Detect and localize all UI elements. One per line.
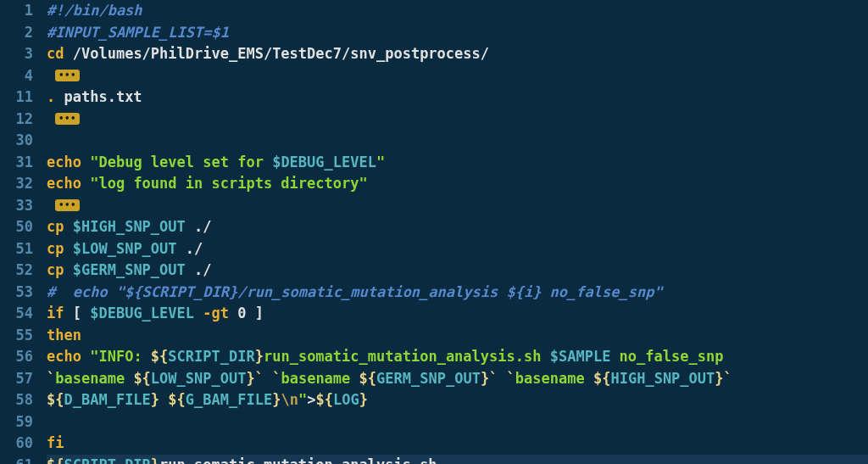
token-text: [ — [64, 303, 90, 325]
token-varbrace: ` — [507, 368, 515, 390]
token-comment: #INPUT_SAMPLE_LIST=$1 — [47, 22, 229, 44]
token-var: $SAMPLE — [550, 346, 611, 368]
token-text — [64, 43, 72, 65]
token-text — [81, 173, 90, 195]
token-var: SCRIPT_DIR — [64, 455, 150, 465]
code-line[interactable]: echo "log found in scripts directory" — [47, 173, 868, 195]
token-var: $HIGH_SNP_OUT — [73, 216, 186, 238]
token-var: $DEBUG_LEVEL — [272, 152, 376, 174]
code-content[interactable]: #!/bin/bash#INPUT_SAMPLE_LIST=$1cd /Volu… — [47, 0, 868, 464]
code-line[interactable]: ••• — [47, 109, 868, 131]
token-builtin: echo — [47, 152, 81, 174]
code-line[interactable]: #!/bin/bash — [47, 0, 868, 22]
token-string: " — [298, 389, 307, 411]
token-text: run_somatic_mutation_analysis.sh — [159, 455, 437, 465]
token-varbrace: } — [151, 455, 159, 465]
line-number: 53 — [0, 282, 33, 304]
token-varbrace: ${ — [133, 368, 150, 390]
fold-marker-icon[interactable]: ••• — [55, 70, 80, 81]
code-line[interactable]: fi — [47, 433, 868, 455]
line-number-gutter: 1234111230313233505152535455565758596061… — [0, 0, 47, 464]
fold-marker-icon[interactable]: ••• — [55, 113, 80, 125]
code-line[interactable]: # echo "${SCRIPT_DIR}/run_somatic_mutati… — [47, 282, 868, 304]
token-builtin: cp — [47, 238, 64, 260]
code-line[interactable] — [47, 130, 868, 152]
token-string — [264, 368, 272, 390]
token-varbrace: ${ — [593, 368, 610, 390]
token-varbrace: ${ — [151, 346, 168, 368]
line-number: 51 — [0, 238, 33, 260]
line-number: 11 — [0, 87, 33, 109]
token-var: G_BAM_FILE — [186, 389, 272, 411]
code-line[interactable]: #INPUT_SAMPLE_LIST=$1 — [47, 22, 868, 44]
code-line[interactable]: if [ $DEBUG_LEVEL -gt 0 ] — [47, 303, 868, 325]
token-text — [64, 238, 72, 260]
token-varbrace: ` — [47, 368, 55, 390]
line-number: 54 — [0, 303, 33, 325]
code-line[interactable]: echo "INFO: ${SCRIPT_DIR}run_somatic_mut… — [47, 346, 868, 368]
token-var: $DEBUG_LEVEL — [90, 303, 194, 325]
code-line[interactable]: cp $LOW_SNP_OUT ./ — [47, 238, 868, 260]
code-line[interactable]: ${D_BAM_FILE} ${G_BAM_FILE}\n">${LOG} — [47, 389, 868, 411]
token-path: /Volumes/PhilDrive_EMS/TestDec7/snv_post… — [73, 43, 489, 65]
token-varbrace: ${ — [315, 389, 332, 411]
token-text — [64, 260, 72, 282]
code-line[interactable]: ${SCRIPT_DIR}run_somatic_mutation_analys… — [47, 455, 868, 465]
token-keyword: then — [47, 325, 81, 347]
code-line[interactable]: echo "Debug level set for $DEBUG_LEVEL" — [47, 152, 868, 174]
token-text — [81, 346, 90, 368]
line-number: 58 — [0, 389, 33, 411]
token-text: paths.txt — [55, 87, 142, 109]
token-string: "INFO: — [90, 346, 151, 368]
token-varbrace: ` — [272, 368, 281, 390]
code-line[interactable]: . paths.txt — [47, 87, 868, 109]
line-number: 61 — [0, 455, 33, 465]
token-string: " — [376, 152, 385, 174]
token-comment: # echo "${SCRIPT_DIR}/run_somatic_mutati… — [47, 282, 663, 304]
line-number: 55 — [0, 325, 33, 347]
token-varbrace: } — [255, 346, 264, 368]
line-number: 33 — [0, 195, 33, 217]
token-string: basename — [55, 368, 133, 390]
line-number: 32 — [0, 173, 33, 195]
token-text: ./ — [177, 238, 203, 260]
code-line[interactable]: cp $HIGH_SNP_OUT ./ — [47, 216, 868, 238]
token-string — [498, 368, 506, 390]
token-text: > — [307, 389, 315, 411]
code-line[interactable]: then — [47, 325, 868, 347]
token-string: "Debug level set for — [90, 152, 272, 174]
token-varbrace: ${ — [47, 389, 64, 411]
code-line[interactable]: cd /Volumes/PhilDrive_EMS/TestDec7/snv_p… — [47, 43, 868, 65]
token-builtin: cp — [47, 260, 64, 282]
token-varbrace: ${ — [47, 455, 64, 465]
token-builtin: echo — [47, 346, 81, 368]
line-number: 31 — [0, 152, 33, 174]
line-number: 50 — [0, 216, 33, 238]
line-number: 2 — [0, 22, 33, 44]
fold-marker-icon[interactable]: ••• — [55, 199, 80, 211]
code-line[interactable]: cp $GERM_SNP_OUT ./ — [47, 260, 868, 282]
code-line[interactable]: ••• — [47, 195, 868, 217]
line-number: 3 — [0, 43, 33, 65]
token-var: LOW_SNP_OUT — [151, 368, 247, 390]
token-string: basename — [281, 368, 359, 390]
code-editor[interactable]: 1234111230313233505152535455565758596061… — [0, 0, 868, 464]
line-number: 1 — [0, 0, 33, 22]
token-var: D_BAM_FILE — [64, 389, 150, 411]
line-number: 52 — [0, 260, 33, 282]
line-number: 59 — [0, 411, 33, 433]
code-line[interactable]: ••• — [47, 65, 868, 87]
code-line[interactable]: `basename ${LOW_SNP_OUT}` `basename ${GE… — [47, 368, 868, 390]
token-var: $GERM_SNP_OUT — [73, 260, 186, 282]
token-op: -gt — [203, 303, 229, 325]
token-builtin: . — [47, 87, 55, 109]
line-number: 4 — [0, 65, 33, 87]
token-varbrace: }` — [246, 368, 263, 390]
token-varbrace: ${ — [359, 368, 376, 390]
token-text — [81, 152, 90, 174]
token-string: no_false_snp — [610, 346, 723, 368]
token-varbrace: }` — [481, 368, 498, 390]
code-line[interactable] — [47, 411, 868, 433]
token-escape: \n — [281, 389, 298, 411]
token-string: run_somatic_mutation_analysis.sh — [264, 346, 550, 368]
